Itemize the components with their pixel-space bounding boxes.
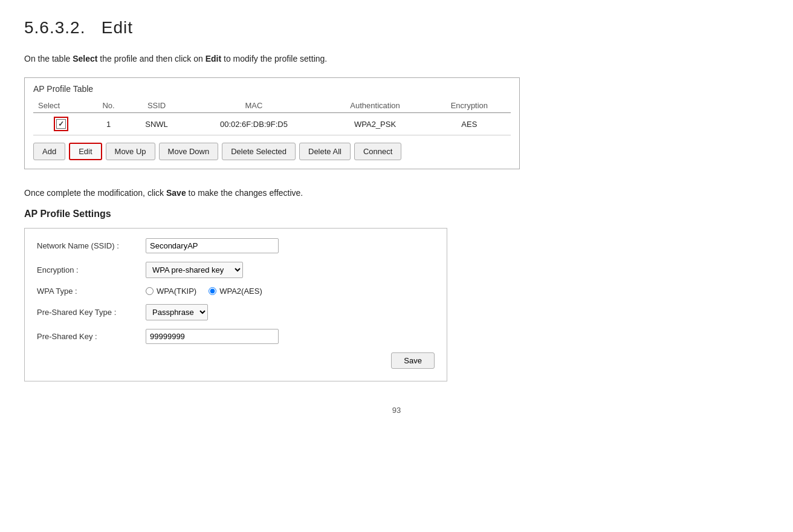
wpa-type-row: WPA Type : WPA(TKIP) WPA2(AES) <box>37 287 435 296</box>
row-mac: 00:02:6F:DB:9F:D5 <box>186 113 323 135</box>
wpa-tkip-option[interactable]: WPA(TKIP) <box>146 287 196 296</box>
page-number: 93 <box>24 406 769 415</box>
intro-text-middle: the profile and then click on <box>97 54 205 63</box>
move-up-button[interactable]: Move Up <box>106 143 155 160</box>
col-header-select: Select <box>33 99 89 113</box>
wpa-aes-label: WPA2(AES) <box>219 287 262 296</box>
row-auth: WPA2_PSK <box>322 113 427 135</box>
psk-row: Pre-Shared Key : <box>37 329 435 344</box>
second-intro-save-word: Save <box>166 188 186 198</box>
save-button[interactable]: Save <box>391 352 435 369</box>
wpa-aes-option[interactable]: WPA2(AES) <box>209 287 262 296</box>
psk-control <box>146 329 279 344</box>
col-header-auth: Authentication <box>322 99 427 113</box>
delete-selected-button[interactable]: Delete Selected <box>222 143 296 160</box>
encryption-control: WPA pre-shared key None WEP WPA2 pre-sha… <box>146 262 243 278</box>
intro-edit-word: Edit <box>206 54 221 63</box>
col-header-mac: MAC <box>186 99 323 113</box>
col-header-ssid: SSID <box>128 99 186 113</box>
ssid-input[interactable] <box>146 238 279 253</box>
col-header-no: No. <box>89 99 128 113</box>
select-checkbox[interactable]: ✓ <box>56 119 66 129</box>
intro-text-before: On the table <box>24 54 73 63</box>
table-buttons-row: Add Edit Move Up Move Down Delete Select… <box>33 143 511 160</box>
second-intro-before: Once complete the modification, click <box>24 188 166 198</box>
psk-type-label: Pre-Shared Key Type : <box>37 308 146 317</box>
intro-paragraph: On the table Select the profile and then… <box>24 52 769 65</box>
encryption-select[interactable]: WPA pre-shared key None WEP WPA2 pre-sha… <box>146 262 243 278</box>
add-button[interactable]: Add <box>33 143 65 160</box>
encryption-label: Encryption : <box>37 265 146 274</box>
connect-button[interactable]: Connect <box>354 143 401 160</box>
wpa-tkip-label: WPA(TKIP) <box>157 287 196 296</box>
col-header-encryption: Encryption <box>428 99 511 113</box>
ap-profile-table: Select No. SSID MAC Authentication Encry… <box>33 99 511 135</box>
psk-type-select[interactable]: Passphrase Hex <box>146 304 208 320</box>
wpa-tkip-radio[interactable] <box>146 287 154 295</box>
second-intro-paragraph: Once complete the modification, click Sa… <box>24 186 769 199</box>
second-intro-after: to make the changes effective. <box>186 188 303 198</box>
ap-profile-table-container: AP Profile Table Select No. SSID MAC Aut… <box>24 77 520 169</box>
wpa-type-control: WPA(TKIP) WPA2(AES) <box>146 287 262 296</box>
psk-input[interactable] <box>146 329 279 344</box>
delete-all-button[interactable]: Delete All <box>299 143 351 160</box>
checkbox-cell: ✓ <box>38 117 84 131</box>
encryption-row: Encryption : WPA pre-shared key None WEP… <box>37 262 435 278</box>
wpa-type-label: WPA Type : <box>37 287 146 296</box>
psk-type-control: Passphrase Hex <box>146 304 208 320</box>
edit-button[interactable]: Edit <box>69 143 102 160</box>
checkbox-wrapper: ✓ <box>54 117 68 131</box>
ssid-label: Network Name (SSID) : <box>37 241 146 250</box>
ap-profile-settings-container: Network Name (SSID) : Encryption : WPA p… <box>24 228 447 381</box>
check-mark: ✓ <box>58 120 64 128</box>
move-down-button[interactable]: Move Down <box>159 143 219 160</box>
psk-label: Pre-Shared Key : <box>37 332 146 341</box>
intro-select-word: Select <box>73 54 97 63</box>
table-row: ✓ 1 SNWL 00:02:6F:DB:9F:D5 WPA2_PSK AES <box>33 113 511 135</box>
page-title: 5.6.3.2. Edit <box>24 18 769 37</box>
row-ssid: SNWL <box>128 113 186 135</box>
psk-type-row: Pre-Shared Key Type : Passphrase Hex <box>37 304 435 320</box>
ap-profile-settings-title: AP Profile Settings <box>24 209 769 219</box>
row-encryption: AES <box>428 113 511 135</box>
wpa-aes-radio[interactable] <box>209 287 216 295</box>
ssid-control <box>146 238 279 253</box>
intro-text-after: to modify the profile setting. <box>221 54 327 63</box>
ssid-row: Network Name (SSID) : <box>37 238 435 253</box>
save-row: Save <box>37 352 435 369</box>
ap-profile-table-title: AP Profile Table <box>33 84 511 94</box>
row-no: 1 <box>89 113 128 135</box>
